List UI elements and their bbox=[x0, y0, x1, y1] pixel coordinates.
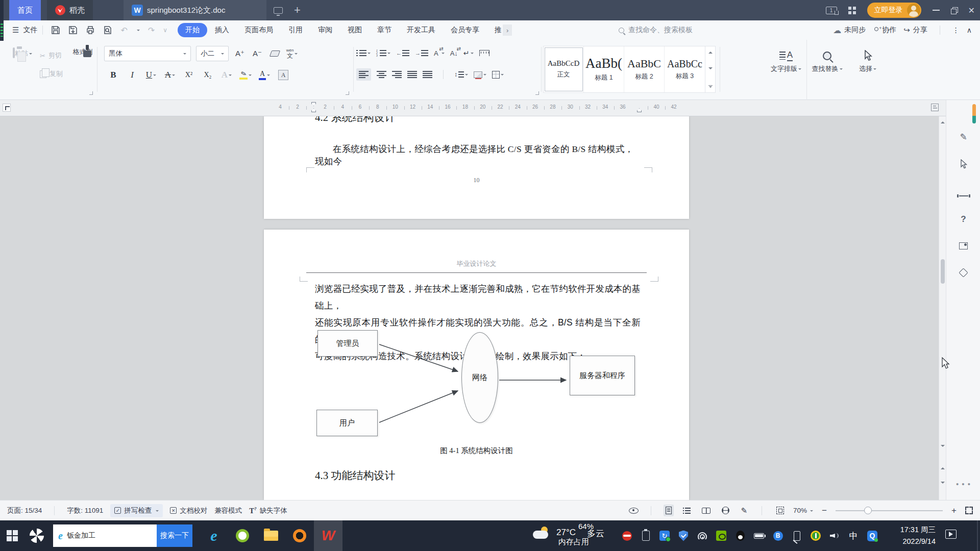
font-size-select[interactable]: 小二 bbox=[196, 46, 229, 61]
ink-button[interactable]: ✎ bbox=[739, 504, 749, 517]
tray-battery-icon[interactable] bbox=[754, 531, 764, 541]
tab-dev-tools[interactable]: 开发工具 bbox=[399, 23, 443, 37]
search-go-button[interactable]: 搜索一下 bbox=[157, 524, 192, 547]
tab-home[interactable]: 首页 bbox=[9, 0, 41, 20]
decrease-font-button[interactable]: A⁻ bbox=[251, 47, 263, 60]
print-icon[interactable] bbox=[86, 26, 95, 35]
tray-volume-icon[interactable] bbox=[829, 531, 840, 541]
tab-section[interactable]: 章节 bbox=[370, 23, 399, 37]
integrated-window-icon[interactable]: 1 bbox=[826, 7, 837, 14]
tray-antivirus-icon[interactable] bbox=[811, 531, 821, 541]
next-page-icon[interactable] bbox=[941, 482, 945, 486]
tray-usb-drive-icon[interactable] bbox=[641, 531, 651, 541]
zoom-slider[interactable] bbox=[836, 507, 943, 515]
compat-mode-label[interactable]: 兼容模式 bbox=[214, 506, 242, 515]
document-area[interactable]: 4.2 系统结构设计 在系统结构设计上，经综合考虑还是选择比 C/S 更省资金的… bbox=[0, 116, 939, 500]
page-setup-icon[interactable] bbox=[931, 104, 939, 111]
tray-qq-browser-icon[interactable]: Q bbox=[867, 531, 877, 541]
tab-ruler-button[interactable] bbox=[479, 47, 489, 59]
restore-button[interactable] bbox=[951, 7, 957, 13]
copy-button[interactable]: 复制 bbox=[40, 69, 63, 79]
fit-page-button[interactable] bbox=[774, 505, 786, 516]
numbered-list-button[interactable] bbox=[376, 47, 390, 59]
tray-360-icon[interactable] bbox=[622, 531, 632, 541]
subscript-button[interactable]: X₂ bbox=[202, 68, 214, 82]
start-button[interactable] bbox=[0, 520, 24, 551]
word-count[interactable]: 字数: 11091 bbox=[67, 506, 103, 515]
paste-button[interactable]: 粘贴 bbox=[9, 45, 36, 58]
measure-line-icon[interactable] bbox=[946, 189, 980, 199]
show-desktop-button[interactable] bbox=[977, 520, 978, 551]
tab-member[interactable]: 会员专享 bbox=[443, 23, 487, 37]
app-360-browser[interactable] bbox=[228, 520, 257, 551]
more-tools-icon[interactable]: • • • bbox=[946, 480, 980, 488]
read-view-button[interactable] bbox=[700, 506, 713, 516]
increase-indent-button[interactable] bbox=[415, 47, 428, 59]
tray-qq-icon[interactable] bbox=[735, 531, 745, 541]
taskbar-clock[interactable]: 17:31 周三 2022/9/14 bbox=[885, 524, 936, 547]
scroll-down-icon[interactable] bbox=[941, 445, 945, 449]
align-left-button[interactable] bbox=[356, 68, 371, 81]
bold-button[interactable]: B bbox=[107, 68, 119, 82]
cut-button[interactable]: ✂ 剪切 bbox=[40, 51, 63, 60]
fullscreen-icon[interactable] bbox=[965, 507, 973, 514]
paragraph-dialog-launcher-icon[interactable] bbox=[535, 91, 539, 95]
style-heading3[interactable]: AaBbCc 标题 3 bbox=[665, 46, 705, 92]
360-desktop-button[interactable] bbox=[24, 520, 49, 551]
scrollbar-thumb[interactable] bbox=[941, 259, 945, 284]
login-button[interactable]: 立即登录 bbox=[867, 3, 921, 18]
justify-button[interactable] bbox=[407, 68, 417, 81]
edit-pen-icon[interactable]: ✎ bbox=[946, 132, 980, 142]
command-search[interactable]: 查找命令、搜索模板 bbox=[619, 26, 693, 35]
proofread-button[interactable]: ✕ 文档校对 bbox=[170, 506, 207, 515]
more-tabs-icon[interactable]: › bbox=[503, 24, 512, 36]
collaborate-button[interactable]: 协作 bbox=[873, 26, 896, 35]
style-heading2[interactable]: AaBbC 标题 2 bbox=[624, 46, 665, 92]
page-indicator[interactable]: 页面: 15/34 bbox=[7, 506, 42, 515]
document-page-11[interactable]: 毕业设计论文 浏览器已经实现了普及，并在技术上逐渐完善和成熟，它在节约软件开发成… bbox=[264, 230, 689, 500]
tab-document[interactable]: W springboot312论文.doc bbox=[124, 0, 266, 20]
bullet-list-button[interactable] bbox=[356, 47, 371, 59]
tab-insert[interactable]: 插入 bbox=[207, 23, 237, 37]
redo-icon[interactable]: ↷ bbox=[148, 26, 155, 35]
select-button[interactable]: 选择 bbox=[847, 40, 888, 100]
sync-status[interactable]: ☁ 未同步 bbox=[833, 26, 866, 35]
tray-sync-icon[interactable]: ↻ bbox=[659, 531, 670, 541]
format-painter-button[interactable]: 格式刷 bbox=[69, 45, 96, 57]
help-icon[interactable]: ? bbox=[946, 214, 980, 224]
font-color-button[interactable]: A bbox=[258, 68, 271, 82]
horizontal-ruler[interactable]: 42246810121416182022242628303234364042 bbox=[0, 100, 946, 116]
weather-temp[interactable]: 27°C bbox=[556, 528, 576, 538]
weather-desc[interactable]: 多云 bbox=[587, 528, 604, 539]
window-mode-icon[interactable] bbox=[274, 7, 283, 14]
show-marks-button[interactable]: ↵ bbox=[463, 47, 474, 59]
styles-scroll-up-icon[interactable] bbox=[708, 49, 713, 54]
find-replace-button[interactable]: 查找替换 bbox=[806, 40, 847, 100]
notification-center-icon[interactable] bbox=[945, 530, 957, 539]
app-ie[interactable]: e bbox=[200, 520, 228, 551]
zoom-in-button[interactable]: + bbox=[950, 506, 958, 516]
tab-references[interactable]: 引用 bbox=[281, 23, 310, 37]
styles-more-icon[interactable] bbox=[708, 85, 713, 89]
pinyin-guide-button[interactable]: wén文 bbox=[286, 47, 298, 60]
app-wps-active[interactable]: W bbox=[314, 520, 342, 551]
vertical-scrollbar[interactable] bbox=[939, 116, 946, 500]
eye-protect-icon[interactable] bbox=[629, 508, 639, 514]
undo-icon[interactable]: ↶ bbox=[120, 26, 127, 35]
customize-toolbar-icon[interactable]: ∨ bbox=[163, 27, 167, 34]
app-grid-icon[interactable] bbox=[848, 7, 856, 14]
tab-docer[interactable]: 稻壳 bbox=[47, 0, 93, 20]
share-button[interactable]: ↪ 分享 bbox=[903, 26, 927, 35]
highlight-button[interactable]: ✎ bbox=[239, 68, 252, 82]
missing-font-button[interactable]: T? 缺失字体 bbox=[249, 506, 287, 515]
ime-indicator[interactable]: 中 bbox=[848, 531, 859, 541]
document-page-10[interactable]: 4.2 系统结构设计 在系统结构设计上，经综合考虑还是选择比 C/S 更省资金的… bbox=[264, 116, 689, 219]
tab-promote[interactable]: 推 bbox=[487, 23, 502, 37]
taskbar-search[interactable]: e 钣金加工 搜索一下 bbox=[53, 524, 192, 547]
previous-page-icon[interactable] bbox=[941, 465, 945, 469]
change-case-button[interactable]: A bbox=[434, 47, 445, 59]
close-button[interactable]: ✕ bbox=[968, 6, 975, 15]
edge-launcher-strip[interactable] bbox=[0, 0, 4, 41]
tab-page-layout[interactable]: 页面布局 bbox=[237, 23, 281, 37]
export-icon[interactable] bbox=[68, 26, 78, 35]
